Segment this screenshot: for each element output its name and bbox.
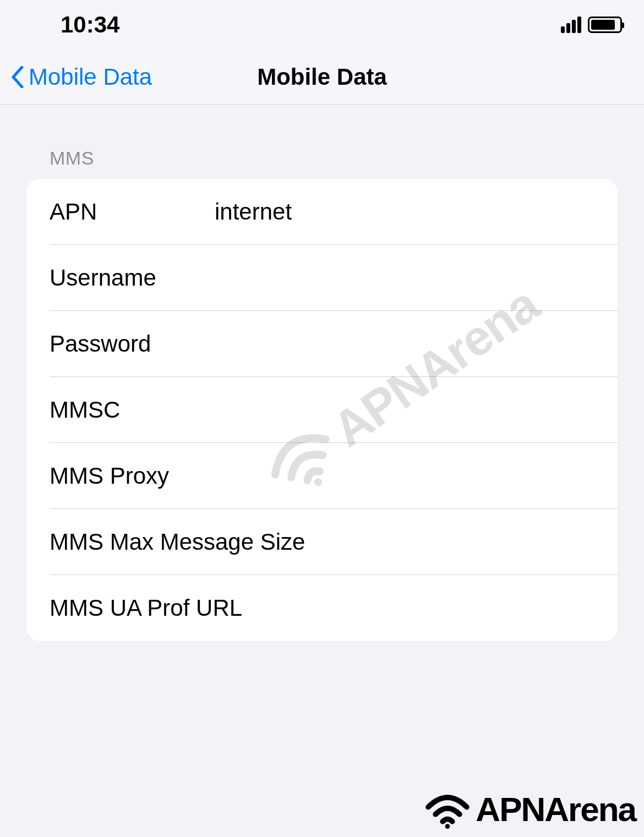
row-value: internet: [215, 199, 618, 225]
row-username[interactable]: Username: [26, 245, 618, 311]
row-mmsc[interactable]: MMSC: [26, 377, 618, 443]
status-time: 10:34: [61, 12, 119, 38]
row-label: MMS UA Prof URL: [50, 595, 242, 621]
row-mms-proxy[interactable]: MMS Proxy: [26, 443, 618, 509]
navigation-bar: Mobile Data Mobile Data: [0, 50, 644, 105]
row-label: MMSC: [50, 397, 215, 423]
battery-icon: [588, 17, 622, 33]
row-apn[interactable]: APN internet: [26, 179, 618, 245]
row-mms-ua-prof-url[interactable]: MMS UA Prof URL: [26, 575, 618, 641]
section-header-mms: MMS: [26, 147, 618, 179]
row-mms-max-message-size[interactable]: MMS Max Message Size: [26, 509, 618, 575]
wifi-icon: [423, 790, 472, 829]
chevron-left-icon: [11, 66, 24, 88]
row-label: Username: [50, 265, 215, 291]
row-label: Password: [50, 331, 215, 357]
status-bar: 10:34: [0, 0, 644, 50]
row-label: APN: [50, 199, 215, 225]
svg-point-1: [445, 824, 450, 829]
footer-logo-text: APNArena: [476, 790, 636, 829]
back-button[interactable]: Mobile Data: [0, 64, 152, 90]
back-label: Mobile Data: [29, 64, 152, 90]
cellular-signal-icon: [561, 17, 581, 33]
row-label: MMS Max Message Size: [50, 529, 305, 555]
content: MMS APN internet Username Password MMSC …: [0, 105, 644, 641]
status-indicators: [561, 17, 622, 33]
settings-group-mms: APN internet Username Password MMSC MMS …: [26, 179, 618, 641]
page-title: Mobile Data: [257, 64, 387, 90]
row-label: MMS Proxy: [50, 463, 215, 489]
row-password[interactable]: Password: [26, 311, 618, 377]
footer-logo: APNArena: [423, 790, 636, 829]
